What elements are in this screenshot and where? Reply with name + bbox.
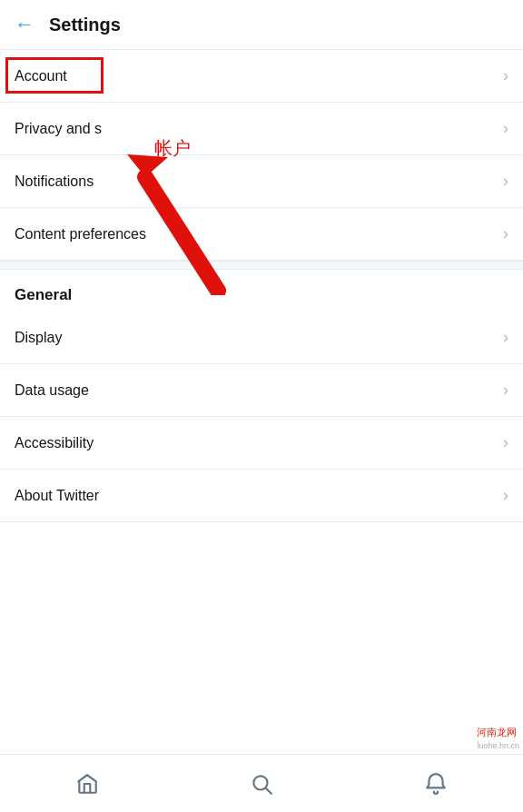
settings-item-about[interactable]: About Twitter ›	[0, 470, 523, 522]
chevron-icon: ›	[503, 381, 508, 400]
nav-search[interactable]	[174, 755, 349, 812]
account-section: Account › Privacy and s › Notifications …	[0, 50, 523, 261]
content-label: Content preferences	[15, 226, 146, 243]
chevron-icon: ›	[503, 119, 508, 138]
page-title: Settings	[49, 15, 121, 35]
watermark: 河南龙网 luohe.hn.cn	[477, 726, 519, 752]
general-section-label: General	[0, 270, 523, 312]
about-label: About Twitter	[15, 488, 99, 504]
chevron-icon: ›	[503, 172, 508, 191]
privacy-label: Privacy and s	[15, 121, 102, 137]
nav-home[interactable]	[0, 755, 174, 812]
settings-item-display[interactable]: Display ›	[0, 312, 523, 364]
bell-icon	[424, 772, 448, 796]
accessibility-label: Accessibility	[15, 435, 94, 451]
chevron-icon: ›	[503, 224, 508, 243]
chevron-icon: ›	[503, 486, 508, 505]
header: ← Settings	[0, 0, 523, 50]
settings-item-notifications[interactable]: Notifications ›	[0, 155, 523, 208]
settings-item-account[interactable]: Account ›	[0, 50, 523, 103]
svg-line-3	[266, 787, 271, 793]
settings-item-accessibility[interactable]: Accessibility ›	[0, 417, 523, 470]
data-usage-label: Data usage	[15, 382, 89, 399]
settings-item-content[interactable]: Content preferences ›	[0, 208, 523, 261]
notifications-label: Notifications	[15, 173, 94, 190]
settings-item-data-usage[interactable]: Data usage ›	[0, 364, 523, 417]
account-label: Account	[15, 68, 67, 84]
search-icon	[250, 772, 273, 796]
bottom-navigation	[0, 754, 523, 812]
nav-notifications[interactable]	[349, 755, 523, 812]
chevron-icon: ›	[503, 66, 508, 85]
general-section: Display › Data usage › Accessibility › A…	[0, 312, 523, 522]
settings-item-privacy[interactable]: Privacy and s ›	[0, 103, 523, 155]
section-divider	[0, 261, 523, 270]
back-button[interactable]: ←	[15, 13, 35, 36]
display-label: Display	[15, 330, 62, 346]
chevron-icon: ›	[503, 433, 508, 452]
chevron-icon: ›	[503, 328, 508, 347]
home-icon	[75, 772, 99, 796]
